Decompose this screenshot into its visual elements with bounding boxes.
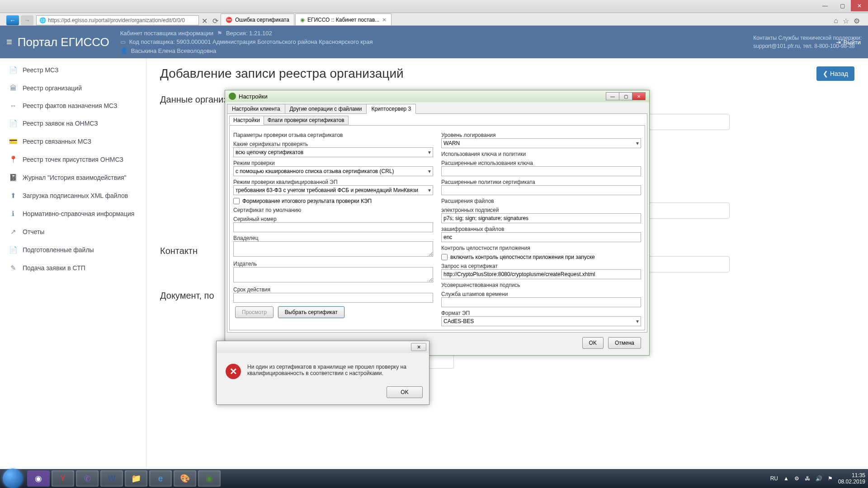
app-icon xyxy=(229,93,236,100)
sidebar-item-2[interactable]: ↔︎Реестр фактов назначения МСЗ xyxy=(0,97,146,114)
sidebar-item-label: Реестр МСЗ xyxy=(23,66,58,74)
taskbar-app-4[interactable]: W xyxy=(100,470,123,487)
sidebar-item-0[interactable]: 📄Реестр МСЗ xyxy=(0,61,146,79)
label-extpol: Расширенные политики сертификата xyxy=(441,179,641,185)
dlg-tab-2[interactable]: Криптосервер 3 xyxy=(366,104,416,114)
tray-icon[interactable]: ⚙ xyxy=(794,475,799,482)
certreq-input[interactable] xyxy=(441,269,641,279)
sidebar-item-7[interactable]: ⬆︎Загрузка подписанных XML файлов xyxy=(0,187,146,205)
format-select[interactable]: CAdES-BES xyxy=(441,316,641,326)
taskbar-app-3[interactable]: ✆ xyxy=(76,470,99,487)
dlg-subtab-0[interactable]: Настройки xyxy=(229,116,264,125)
validity-input[interactable] xyxy=(233,293,433,303)
dlg-subtab-1[interactable]: Флаги проверки сертификатов xyxy=(264,116,349,125)
sidebar-icon: ↗︎ xyxy=(9,228,17,236)
dlg-tab-0[interactable]: Настройки клиента xyxy=(227,104,285,114)
page-title: Добавление записи реестра организаций xyxy=(160,66,854,81)
taskbar-app-1[interactable]: ◉ xyxy=(27,470,50,487)
tray-icon[interactable]: ▲ xyxy=(783,475,789,482)
browser-tab-1[interactable]: ⛔ Ошибка сертификата xyxy=(221,14,294,25)
choose-cert-button[interactable]: Выбрать сертификат xyxy=(278,306,344,318)
lang-indicator[interactable]: RU xyxy=(770,475,778,482)
sidebar-item-label: Реестр заявок на ОНМСЗ xyxy=(23,120,98,127)
cert-error-icon: ⛔ xyxy=(226,17,232,23)
logout-button[interactable]: ⇥ Выйти xyxy=(836,39,861,46)
sidebar-item-11[interactable]: ✎Подача заявки в СТП xyxy=(0,259,146,277)
dialog-titlebar[interactable]: Настройки — ▢ ✕ xyxy=(225,90,649,102)
sidebar-item-label: Загрузка подписанных XML файлов xyxy=(23,192,128,199)
settings-ok-button[interactable]: OK xyxy=(582,337,604,349)
sidebar-item-9[interactable]: ↗︎Отчеты xyxy=(0,223,146,241)
portal-title: Портал ЕГИССО xyxy=(18,35,109,49)
tools-icon[interactable]: ⚙ xyxy=(854,17,860,25)
taskbar-app-2[interactable]: Y xyxy=(52,470,74,487)
clock[interactable]: 11:35 08.02.2019 xyxy=(838,472,865,485)
sidebar-item-10[interactable]: 📄Подготовленные файлы xyxy=(0,241,146,259)
volume-icon[interactable]: 🔊 xyxy=(816,475,822,482)
encext-input[interactable] xyxy=(441,232,641,242)
taskbar-ie[interactable]: e xyxy=(149,470,172,487)
portal-header: ≡ Портал ЕГИССО Кабинет поставщика инфор… xyxy=(0,26,868,58)
dlg-maximize-button[interactable]: ▢ xyxy=(619,92,632,100)
favorites-icon[interactable]: ☆ xyxy=(843,17,849,25)
taskbar-crypto[interactable]: ◉ xyxy=(198,470,221,487)
card-icon: ▭ xyxy=(120,38,126,47)
dlg-tab-1[interactable]: Другие операции с файлами xyxy=(285,104,367,114)
stop-icon[interactable]: ✕ xyxy=(199,17,210,25)
sidebar-icon: ℹ︎ xyxy=(9,210,17,218)
sidebar-icon: 📓 xyxy=(9,174,17,182)
integrity-checkbox[interactable] xyxy=(441,254,448,260)
which-certs-select[interactable]: всю цепочку сертификатов xyxy=(233,147,433,157)
issuer-input[interactable] xyxy=(233,267,433,282)
taskbar-paint[interactable]: 🎨 xyxy=(174,470,196,487)
maximize-button[interactable]: ▢ xyxy=(834,0,851,11)
back-button[interactable]: ❮ Назад xyxy=(816,66,854,81)
logout-icon: ⇥ xyxy=(836,39,841,46)
dlg-close-button[interactable]: ✕ xyxy=(632,92,646,100)
tab-close-icon[interactable]: ✕ xyxy=(382,17,387,23)
error-ok-button[interactable]: OK xyxy=(387,386,423,398)
label-which-certs: Какие серификаты проверять xyxy=(233,141,433,147)
settings-cancel-button[interactable]: Отмена xyxy=(608,337,641,349)
tray-icon[interactable]: ⚑ xyxy=(828,475,833,482)
minimize-button[interactable]: — xyxy=(816,0,834,11)
view-cert-button[interactable]: Просмотр xyxy=(235,306,274,318)
sidebar-item-4[interactable]: 💳Реестр связанных МСЗ xyxy=(0,132,146,150)
sidebar-item-label: Подготовленные файлы xyxy=(23,246,94,253)
extpol-input[interactable] xyxy=(441,185,641,195)
sidebar-item-8[interactable]: ℹ︎Нормативно-справочная информация xyxy=(0,205,146,223)
check-mode-select[interactable]: с помощью кэшированного списка отзыва се… xyxy=(233,166,433,176)
nav-back-button[interactable]: ← xyxy=(6,15,19,25)
label-params: Параметры проверки отзыва сертификатов xyxy=(233,132,433,138)
sidebar-item-5[interactable]: 📍Реестр точек присутствия ОНМСЗ xyxy=(0,150,146,169)
url-text: https://pd.egisso.ru/portal/provider/org… xyxy=(48,17,185,23)
home-icon[interactable]: ⌂ xyxy=(834,17,838,25)
sidebar-item-label: Реестр точек присутствия ОНМСЗ xyxy=(23,156,123,163)
extkey-input[interactable] xyxy=(441,166,641,176)
address-bar[interactable]: 🌐 https://pd.egisso.ru/portal/provider/o… xyxy=(36,15,199,25)
owner-input[interactable] xyxy=(233,241,433,257)
refresh-icon[interactable]: ⟳ xyxy=(210,17,221,25)
error-titlebar[interactable]: ✕ xyxy=(217,341,429,353)
start-button[interactable] xyxy=(3,469,23,488)
close-button[interactable]: ✕ xyxy=(851,0,868,11)
error-close-button[interactable]: ✕ xyxy=(411,343,426,351)
serial-input[interactable] xyxy=(233,222,433,232)
sigext-input[interactable] xyxy=(441,213,641,223)
window-controls: — ▢ ✕ xyxy=(816,0,868,11)
qual-mode-select[interactable]: требования 63-ФЗ с учетом требований ФСБ… xyxy=(233,185,433,195)
form-result-checkbox[interactable] xyxy=(233,198,240,204)
sidebar-item-6[interactable]: 📓Журнал "История взаимодействия" xyxy=(0,169,146,187)
sidebar-item-3[interactable]: 📄Реестр заявок на ОНМСЗ xyxy=(0,114,146,132)
browser-tab-2[interactable]: ◉ ЕГИССО :: Кабинет постав... ✕ xyxy=(295,14,392,25)
nav-forward-button[interactable]: → xyxy=(21,15,33,25)
taskbar-explorer[interactable]: 📁 xyxy=(125,470,147,487)
tsa-input[interactable] xyxy=(441,297,641,307)
sidebar-item-1[interactable]: 🏛Реестр организаций xyxy=(0,79,146,97)
sidebar-icon: ↔︎ xyxy=(9,102,17,109)
loglevel-select[interactable]: WARN xyxy=(441,138,641,148)
network-icon[interactable]: 🖧 xyxy=(805,475,810,482)
dlg-minimize-button[interactable]: — xyxy=(606,92,619,100)
label-validity: Срок действия xyxy=(233,286,433,293)
menu-icon[interactable]: ≡ xyxy=(6,36,12,48)
